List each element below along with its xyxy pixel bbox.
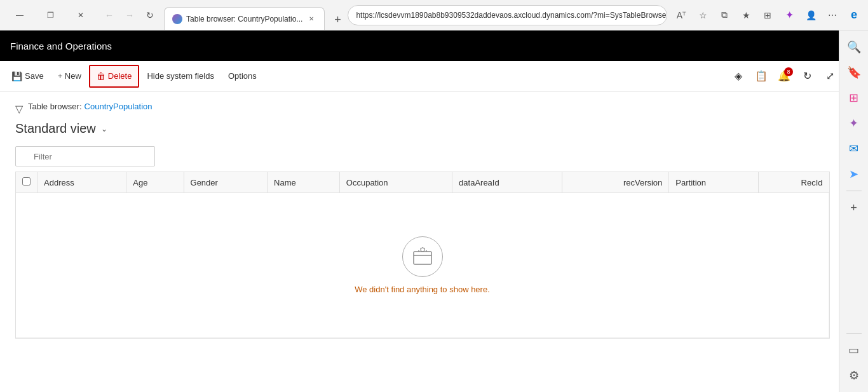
win-minimize[interactable]: — <box>5 5 34 25</box>
address-bar[interactable]: https://lcsdevvm1890ab8b9309532daddevaos… <box>348 5 667 25</box>
table-container: Address Age Gender Name Occupation dataA… <box>15 172 830 339</box>
win-restore[interactable]: ❐ <box>36 5 65 25</box>
empty-state: We didn't find anything to show here. <box>22 198 822 332</box>
table-header-row: Address Age Gender Name Occupation dataA… <box>16 172 829 193</box>
filter-funnel-icon[interactable]: ▽ <box>15 103 23 115</box>
notification-badge: 8 <box>784 67 793 76</box>
browser-tabs: Table browser: CountryPopulatio... ✕ + <box>164 0 348 30</box>
profile-icon[interactable]: 👤 <box>802 6 820 24</box>
col-partition: Partition <box>669 172 758 193</box>
sidebar-settings-icon[interactable]: ⚙ <box>843 364 865 387</box>
filter-row: 🔍 <box>15 146 830 166</box>
new-button[interactable]: + New <box>51 65 88 88</box>
edge-icon[interactable]: e <box>845 6 863 24</box>
options-button[interactable]: Options <box>222 65 263 88</box>
right-sidebar: 🔍 🔖 ⊞ ✦ ✉ ➤ + ▭ ⚙ <box>839 91 868 392</box>
data-table: Address Age Gender Name Occupation dataA… <box>16 172 829 338</box>
settings-more-icon[interactable]: ⋯ <box>824 6 841 24</box>
breadcrumb-prefix: Table browser: <box>28 102 82 111</box>
hide-system-fields-button[interactable]: Hide system fields <box>140 65 220 88</box>
new-tab-button[interactable]: + <box>327 10 348 30</box>
sidebar-collections-icon[interactable]: ⊞ <box>843 91 865 109</box>
sidebar-add-icon[interactable]: + <box>843 196 865 219</box>
sidebar-separator-2 <box>846 333 862 334</box>
empty-state-cell: We didn't find anything to show here. <box>16 193 829 338</box>
save-button[interactable]: 💾 Save <box>5 65 50 88</box>
refresh-button[interactable]: ↻ <box>141 6 159 24</box>
win-close[interactable]: ✕ <box>66 5 95 25</box>
filter-wrapper: 🔍 <box>15 146 155 166</box>
col-address: Address <box>37 172 126 193</box>
content-area: ▽ Table browser: CountryPopulation Stand… <box>0 91 868 392</box>
sidebar-separator <box>846 191 862 191</box>
page-title-row: Standard view ⌄ <box>15 121 830 136</box>
back-button[interactable]: ← <box>100 6 118 24</box>
active-tab[interactable]: Table browser: CountryPopulatio... ✕ <box>164 7 325 30</box>
breadcrumb-link[interactable]: CountryPopulation <box>85 102 153 111</box>
browser-favorites-icon[interactable]: ★ <box>737 6 755 24</box>
col-name: Name <box>268 172 340 193</box>
sidebar-copilot-icon[interactable]: ✦ <box>843 112 865 135</box>
forward-button[interactable]: → <box>121 6 139 24</box>
app-layout: — ❐ ✕ ← → ↻ Table browser: CountryPopula… <box>0 0 868 392</box>
col-recid: RecId <box>758 172 829 193</box>
toolbar-notification-icon[interactable]: 🔔 8 <box>774 66 794 86</box>
tab-title: Table browser: CountryPopulatio... <box>186 15 302 24</box>
select-all-checkbox[interactable] <box>22 177 31 186</box>
page-title: Standard view <box>15 121 96 136</box>
app-title: Finance and Operations <box>10 41 112 51</box>
favorites-star-icon[interactable]: ☆ <box>694 6 712 24</box>
table-body: We didn't find anything to show here. <box>16 193 829 338</box>
svg-line-5 <box>420 248 421 248</box>
toolbar-refresh-icon[interactable]: ↻ <box>797 66 817 86</box>
app-header: Finance and Operations 40 <box>0 30 868 61</box>
main-panel: ▽ Table browser: CountryPopulation Stand… <box>0 91 868 392</box>
empty-state-row: We didn't find anything to show here. <box>16 193 829 338</box>
toolbar-expand-icon[interactable]: ⤢ <box>820 66 840 86</box>
breadcrumb: Table browser: CountryPopulation <box>28 102 153 111</box>
sidebar-send-icon[interactable]: ➤ <box>843 163 865 186</box>
reader-mode-icon[interactable]: Aᵀ <box>672 6 690 24</box>
sidebar-outlook-icon[interactable]: ✉ <box>843 137 865 160</box>
copilot-icon[interactable]: ✦ <box>780 6 798 24</box>
toolbar: 💾 Save + New 🗑 Delete Hide system fields… <box>0 61 868 91</box>
breadcrumb-row: ▽ Table browser: CountryPopulation <box>15 102 830 116</box>
svg-point-4 <box>421 248 424 252</box>
svg-line-7 <box>424 248 425 248</box>
toolbar-book-icon[interactable]: 📋 <box>751 66 771 86</box>
col-dataareaid: dataAreaId <box>452 172 562 193</box>
sidebar-notes-icon[interactable]: ▭ <box>843 339 865 362</box>
delete-icon: 🗑 <box>97 71 105 81</box>
view-dropdown-chevron[interactable]: ⌄ <box>101 125 107 133</box>
collections-icon[interactable]: ⊞ <box>759 6 776 24</box>
split-screen-icon[interactable]: ⧉ <box>715 6 733 24</box>
col-occupation: Occupation <box>339 172 452 193</box>
empty-state-text: We didn't find anything to show here. <box>355 285 490 294</box>
delete-button[interactable]: 🗑 Delete <box>89 65 140 88</box>
empty-icon-svg <box>411 245 434 268</box>
tab-favicon <box>172 14 182 24</box>
filter-input[interactable] <box>15 146 155 166</box>
table-header: Address Age Gender Name Occupation dataA… <box>16 172 829 193</box>
col-gender: Gender <box>184 172 268 193</box>
svg-rect-0 <box>414 252 431 264</box>
save-icon: 💾 <box>11 71 22 81</box>
col-checkbox <box>16 172 37 193</box>
browser-chrome: — ❐ ✕ ← → ↻ Table browser: CountryPopula… <box>0 0 868 30</box>
empty-state-icon <box>402 236 443 277</box>
col-recversion: recVersion <box>562 172 668 193</box>
tab-close-button[interactable]: ✕ <box>306 14 316 24</box>
col-age: Age <box>126 172 184 193</box>
browser-toolbar: Aᵀ ☆ ⧉ ★ ⊞ ✦ 👤 ⋯ e <box>672 6 863 24</box>
toolbar-diamond-icon[interactable]: ◈ <box>728 66 749 86</box>
